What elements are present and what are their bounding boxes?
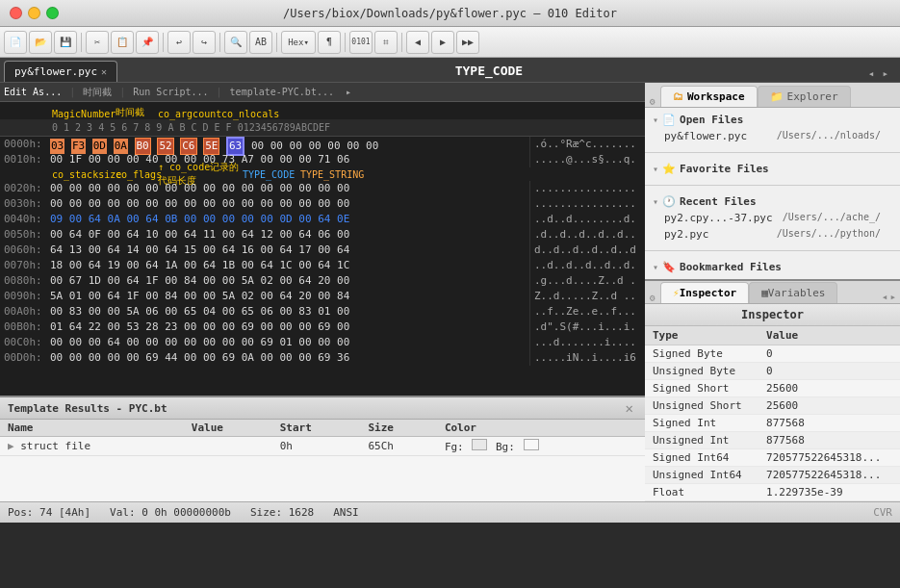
ws-tab-workspace[interactable]: 🗂 Workspace: [660, 86, 758, 107]
find-button[interactable]: 🔍: [224, 31, 247, 54]
workspace-item-py2[interactable]: py2.pyc /Users/.../python/: [653, 226, 892, 243]
inspector-tab[interactable]: ⚡ Inspector: [660, 282, 749, 303]
workspace-item-pyflower[interactable]: py&flower.pyc /Users/.../nloads/: [653, 128, 892, 144]
format-button[interactable]: ¶: [318, 31, 341, 54]
inspector-row-7[interactable]: Unsigned Int64720577522645318...: [645, 467, 900, 484]
calc-button[interactable]: ⌗: [374, 31, 398, 54]
bookmarked-arrow[interactable]: ▾: [653, 262, 658, 272]
inspector-type-5: Unsigned Int: [645, 432, 759, 449]
anno-coargcount: co_argcount: [158, 109, 221, 119]
new-button[interactable]: 📄: [4, 31, 27, 54]
copy-button[interactable]: 📋: [111, 31, 134, 54]
file-tab-label: py&flower.pyc: [14, 65, 97, 78]
nav-next[interactable]: ▶: [431, 31, 454, 54]
hex-row-3: 0030h: 00 00 00 00 00 00 00 00 00 00 00 …: [0, 196, 645, 212]
bytes-A[interactable]: 00 83 00 00 5A 06 00 65 04 00 65 06 00 8…: [48, 304, 529, 320]
bytes-C[interactable]: 00 00 00 64 00 00 00 00 00 00 00 69 01 0…: [48, 335, 529, 350]
fg-color-swatch[interactable]: [472, 439, 487, 450]
bytes-6[interactable]: 64 13 00 64 14 00 64 15 00 64 16 00 64 1…: [48, 243, 529, 258]
template-row-0[interactable]: ▶ struct file 0h 65Ch Fg: Bg:: [0, 437, 645, 456]
bytes-5[interactable]: 00 64 0F 00 64 10 00 64 11 00 64 12 00 6…: [48, 227, 529, 243]
bin-button[interactable]: 0101: [349, 31, 373, 54]
hex-row-0: 0000h: 03 F3 0D 0A B0 52 C6 5E 63 00 00 …: [0, 137, 645, 152]
cut-button[interactable]: ✂: [86, 31, 109, 54]
bytes-4[interactable]: 09 00 64 0A 00 64 0B 00 00 00 00 00 0D 0…: [48, 212, 529, 227]
inspector-row-2[interactable]: Signed Short25600: [645, 380, 900, 397]
inspector-nav[interactable]: ◂ ▸: [878, 291, 900, 303]
ws-divider-3: [645, 250, 900, 251]
hex-button[interactable]: Hex▾: [281, 31, 316, 54]
bytes-B[interactable]: 01 64 22 00 53 28 23 00 00 00 69 00 00 0…: [48, 320, 529, 335]
sub-tab-run[interactable]: Run Script...: [133, 87, 208, 97]
hex-row-9: 0090h: 5A 01 00 64 1F 00 84 00 00 5A 02 …: [0, 289, 645, 304]
sub-tab-edit[interactable]: Edit As...: [4, 87, 62, 97]
sep4: [276, 33, 277, 52]
inspector-row-0[interactable]: Signed Byte0: [645, 345, 900, 363]
bytes-8[interactable]: 00 67 1D 00 64 1F 00 84 00 00 5A 02 00 6…: [48, 273, 529, 289]
open-button[interactable]: 📂: [29, 31, 52, 54]
minimize-button[interactable]: [28, 7, 40, 19]
bytes-2[interactable]: 00 00 00 00 00 00 00 00 00 00 00 00 00 0…: [48, 181, 529, 196]
hex-scroll-area[interactable]: 0000h: 03 F3 0D 0A B0 52 C6 5E 63 00 00 …: [0, 137, 645, 396]
template-close-button[interactable]: ✕: [622, 400, 637, 416]
ascii-0: .ó..°Ræ^c.......: [529, 137, 645, 152]
ascii-D: .....iN..i....i6: [529, 350, 645, 366]
status-val: Val: 0 0h 00000000b: [110, 506, 231, 519]
sub-tab-arrow[interactable]: ▸: [346, 87, 351, 97]
col-start: Start: [272, 420, 361, 437]
ws-gear-icon[interactable]: ⚙: [645, 96, 660, 107]
bg-color-swatch[interactable]: [524, 439, 539, 450]
sub-tab-time[interactable]: 时间截: [83, 86, 112, 99]
inspector-gear-icon[interactable]: ⚙: [645, 293, 660, 303]
bytes-1[interactable]: 00 1F 00 00 00 40 00 00 00 73 A7 00 00 0…: [48, 152, 529, 167]
close-button[interactable]: [10, 7, 22, 19]
variables-tab[interactable]: ▦ Variables: [749, 282, 837, 303]
inspector-row-8[interactable]: Float1.229735e-39: [645, 484, 900, 501]
anno-conlocals: co_nlocals: [221, 109, 298, 119]
redo-button[interactable]: ↪: [193, 31, 216, 54]
file-tab-pyflower[interactable]: py&flower.pyc ✕: [4, 61, 117, 82]
favorites-arrow[interactable]: ▾: [653, 164, 658, 174]
template-name-0: ▶ struct file: [0, 437, 184, 456]
workspace-item-py2cpy[interactable]: py2.cpy...-37.pyc /Users/.../ache_/: [653, 210, 892, 226]
anno-typecode: TYPE_CODE: [243, 169, 300, 180]
find-replace-button[interactable]: AB: [249, 31, 272, 54]
workspace-open-files: ▾ 📄 Open Files py&flower.pyc /Users/.../…: [645, 108, 900, 148]
nav-prev[interactable]: ◀: [406, 31, 429, 54]
toolbar: 📄 📂 💾 ✂ 📋 📌 ↩ ↪ 🔍 AB Hex▾ ¶ 0101 ⌗ ◀ ▶ ▶…: [0, 27, 900, 58]
bytes-7[interactable]: 18 00 64 19 00 64 1A 00 64 1B 00 64 1C 0…: [48, 258, 529, 273]
save-button[interactable]: 💾: [54, 31, 77, 54]
maximize-button[interactable]: [46, 7, 59, 19]
hex-row-7: 0070h: 18 00 64 19 00 64 1A 00 64 1B 00 …: [0, 258, 645, 273]
bytes-0[interactable]: 03 F3 0D 0A B0 52 C6 5E 63 00 00 00 00 0…: [48, 137, 529, 152]
inspector-prev[interactable]: ◂: [882, 291, 888, 303]
ws-tab-explorer[interactable]: 📁 Explorer: [758, 86, 851, 107]
inspector-row-1[interactable]: Unsigned Byte0: [645, 363, 900, 380]
nav-right2[interactable]: ▶▶: [456, 31, 479, 54]
file-tab-close[interactable]: ✕: [101, 66, 107, 77]
bytes-D[interactable]: 00 00 00 00 00 69 44 00 00 69 0A 00 00 0…: [48, 350, 529, 366]
hex-row-4: 0040h: 09 00 64 0A 00 64 0B 00 00 00 00 …: [0, 212, 645, 227]
file-tab-bar: py&flower.pyc ✕ TYPE_CODE ◂ ▸: [0, 58, 900, 83]
inspector-scroll[interactable]: Type Value Signed Byte0Unsigned Byte0Sig…: [645, 326, 900, 501]
inspector-row-5[interactable]: Unsigned Int877568: [645, 432, 900, 449]
inspector-next[interactable]: ▸: [889, 291, 896, 303]
grid-icon: ▦: [761, 287, 768, 299]
bytes-3[interactable]: 00 00 00 00 00 00 00 00 00 00 00 00 00 0…: [48, 196, 529, 212]
inspector-row-4[interactable]: Signed Int877568: [645, 415, 900, 432]
template-scroll[interactable]: Name Value Start Size Color ▶ struct fil…: [0, 420, 645, 501]
window-controls[interactable]: [10, 7, 59, 19]
undo-button[interactable]: ↩: [167, 31, 191, 54]
recent-arrow[interactable]: ▾: [653, 196, 658, 207]
addr-1: 0010h:: [0, 152, 48, 167]
status-cvr: CVR: [873, 506, 892, 519]
paste-button[interactable]: 📌: [136, 31, 159, 54]
nav-arrows[interactable]: ◂ ▸: [861, 67, 896, 82]
expand-icon[interactable]: ▶: [8, 440, 14, 452]
inspector-row-3[interactable]: Unsigned Short25600: [645, 397, 900, 415]
open-files-arrow[interactable]: ▾: [653, 115, 658, 125]
inspector-row-6[interactable]: Signed Int64720577522645318...: [645, 449, 900, 467]
bytes-9[interactable]: 5A 01 00 64 1F 00 84 00 00 5A 02 00 64 2…: [48, 289, 529, 304]
sub-tab-template[interactable]: template-PYC.bt...: [230, 87, 334, 97]
inspector-header: Inspector: [645, 304, 900, 326]
